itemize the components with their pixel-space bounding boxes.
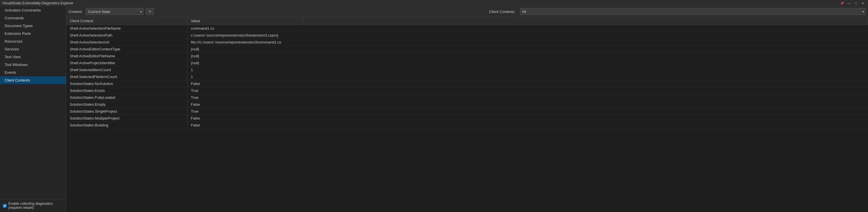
- title-bar-text: VisualStudio.Extensibility Diagnostics E…: [2, 1, 73, 5]
- col-header-extra: [303, 17, 868, 25]
- col-header-value: Value: [187, 17, 303, 25]
- cell-value: c:\users\ \source\repos\extension3\exten…: [187, 32, 303, 39]
- table-row: Shell:ActiveProjectIdentifier{null}: [66, 60, 868, 66]
- sidebar: Activation Constraints Commands Document…: [0, 6, 66, 212]
- table-row: SolutionStates:EmptyFalse: [66, 101, 868, 108]
- context-select-wrapper: Current State: [86, 8, 144, 15]
- toolbar-menu-button[interactable]: ≡: [146, 8, 154, 15]
- client-contexts-label: Client Contexts:: [489, 9, 516, 14]
- cell-extra: [303, 53, 868, 60]
- cell-extra: [303, 108, 868, 115]
- cell-client-context: SolutionStates:Exists: [66, 87, 187, 94]
- table-row: Shell:ActiveSelectionPathc:\users\ \sour…: [66, 32, 868, 39]
- cell-extra: [303, 80, 868, 87]
- table-row: Shell:SelectedItemCount1: [66, 66, 868, 73]
- cell-extra: [303, 25, 868, 32]
- cell-value: True: [187, 94, 303, 101]
- title-bar-controls: 📌 — □ ✕: [839, 1, 866, 5]
- sidebar-item-document-types[interactable]: Document Types: [0, 22, 66, 30]
- cell-value: command1.cs: [187, 25, 303, 32]
- cell-extra: [303, 94, 868, 101]
- sidebar-item-activation-constraints[interactable]: Activation Constraints: [0, 6, 66, 14]
- cell-value: {null}: [187, 60, 303, 66]
- table-row: SolutionStates:MultipleProjectFalse: [66, 115, 868, 122]
- table-row: Shell:ActiveSelectionUrifile:///c:/users…: [66, 39, 868, 46]
- cell-value: True: [187, 87, 303, 94]
- table-row: SolutionStates:NoSolutionFalse: [66, 80, 868, 87]
- close-button[interactable]: ✕: [860, 1, 866, 5]
- table-row: Shell:ActiveSelectionFileNamecommand1.cs: [66, 25, 868, 32]
- sidebar-item-resources[interactable]: Resources: [0, 37, 66, 45]
- cell-client-context: Shell:SelectedFileItemCount: [66, 73, 187, 80]
- cell-extra: [303, 115, 868, 122]
- cell-client-context: SolutionStates:SingleProject: [66, 108, 187, 115]
- col-header-client-context: Client Context: [66, 17, 187, 25]
- table-row: SolutionStates:SingleProjectTrue: [66, 108, 868, 115]
- cell-value: 1: [187, 66, 303, 73]
- cell-extra: [303, 32, 868, 39]
- client-contexts-select[interactable]: All: [520, 8, 866, 15]
- cell-client-context: Shell:ActiveEditorContentType: [66, 46, 187, 53]
- cell-extra: [303, 122, 868, 129]
- cell-value: False: [187, 80, 303, 87]
- cell-value: {null}: [187, 53, 303, 60]
- title-bar: VisualStudio.Extensibility Diagnostics E…: [0, 0, 868, 6]
- cell-value: False: [187, 101, 303, 108]
- cell-value: False: [187, 122, 303, 129]
- table-header-row: Client Context Value: [66, 17, 868, 25]
- cell-extra: [303, 60, 868, 66]
- cell-client-context: SolutionStates:MultipleProject: [66, 115, 187, 122]
- cell-extra: [303, 87, 868, 94]
- minimize-button[interactable]: —: [846, 1, 852, 5]
- cell-extra: [303, 73, 868, 80]
- table-row: Shell:SelectedFileItemCount1: [66, 73, 868, 80]
- sidebar-item-tool-windows[interactable]: Tool Windows: [0, 61, 66, 68]
- cell-client-context: Shell:ActiveSelectionUri: [66, 39, 187, 46]
- table-row: SolutionStates:FullyLoadedTrue: [66, 94, 868, 101]
- cell-client-context: SolutionStates:FullyLoaded: [66, 94, 187, 101]
- table-row: SolutionStates:ExistsTrue: [66, 87, 868, 94]
- table-row: SolutionStates:BuildingFalse: [66, 122, 868, 129]
- cell-client-context: SolutionStates:Building: [66, 122, 187, 129]
- pin-button[interactable]: 📌: [839, 1, 845, 5]
- diagnostics-checkbox[interactable]: [3, 204, 7, 208]
- cell-extra: [303, 39, 868, 46]
- cell-extra: [303, 46, 868, 53]
- cell-value: {null}: [187, 46, 303, 53]
- cell-value: 1: [187, 73, 303, 80]
- sidebar-footer: Enable collecting diagnostics (requires …: [0, 199, 66, 212]
- sidebar-item-text-view[interactable]: Text View: [0, 53, 66, 61]
- sidebar-item-services[interactable]: Services: [0, 45, 66, 53]
- table-body: Shell:ActiveSelectionFileNamecommand1.cs…: [66, 25, 868, 129]
- cell-client-context: SolutionStates:Empty: [66, 101, 187, 108]
- table-container: Client Context Value Shell:ActiveSelecti…: [66, 17, 868, 212]
- toolbar: Context: Current State ≡ Client Contexts…: [66, 6, 868, 17]
- table-row: Shell:ActiveEditorContentType{null}: [66, 46, 868, 53]
- sidebar-item-client-contexts[interactable]: Client Contexts: [0, 76, 66, 84]
- client-contexts-select-wrapper: All: [520, 8, 866, 15]
- main-content: Activation Constraints Commands Document…: [0, 6, 868, 212]
- sidebar-item-extension-parts[interactable]: Extension Parts: [0, 30, 66, 37]
- right-panel: Context: Current State ≡ Client Contexts…: [66, 6, 868, 212]
- context-label: Context:: [68, 9, 83, 14]
- cell-extra: [303, 101, 868, 108]
- context-select[interactable]: Current State: [86, 8, 144, 15]
- sidebar-item-events[interactable]: Events: [0, 68, 66, 76]
- cell-client-context: Shell:ActiveProjectIdentifier: [66, 60, 187, 66]
- cell-client-context: Shell:SelectedItemCount: [66, 66, 187, 73]
- data-table: Client Context Value Shell:ActiveSelecti…: [66, 17, 868, 129]
- maximize-button[interactable]: □: [853, 1, 859, 5]
- cell-client-context: Shell:ActiveEditorFileName: [66, 53, 187, 60]
- cell-client-context: Shell:ActiveSelectionFileName: [66, 25, 187, 32]
- cell-value: file:///c:/users/ /source/repos/extensio…: [187, 39, 303, 46]
- table-row: Shell:ActiveEditorFileName{null}: [66, 53, 868, 60]
- cell-extra: [303, 66, 868, 73]
- sidebar-item-commands[interactable]: Commands: [0, 14, 66, 22]
- cell-value: True: [187, 108, 303, 115]
- cell-client-context: SolutionStates:NoSolution: [66, 80, 187, 87]
- diagnostics-label: Enable collecting diagnostics (requires …: [8, 202, 63, 210]
- cell-value: False: [187, 115, 303, 122]
- cell-client-context: Shell:ActiveSelectionPath: [66, 32, 187, 39]
